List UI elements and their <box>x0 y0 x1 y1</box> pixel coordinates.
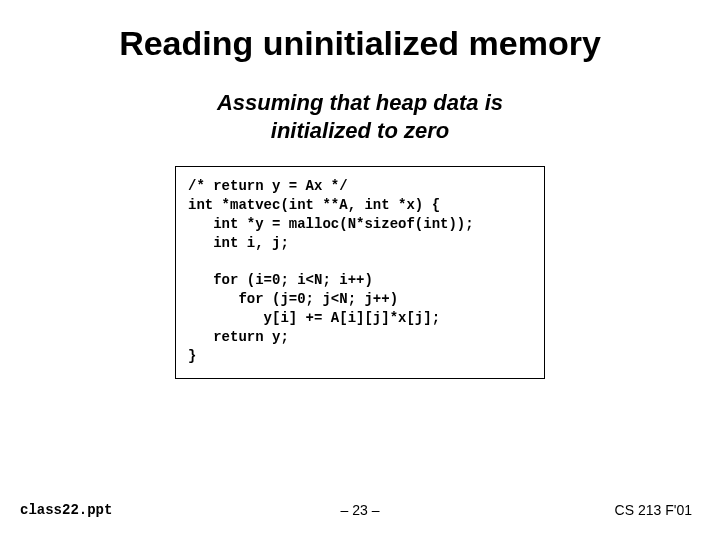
subtitle-line-1: Assuming that heap data is <box>0 89 720 117</box>
slide: Reading uninitialized memory Assuming th… <box>0 0 720 540</box>
subtitle-line-2: initialized to zero <box>0 117 720 145</box>
footer-page-number: – 23 – <box>0 502 720 518</box>
subtitle: Assuming that heap data is initialized t… <box>0 89 720 144</box>
footer-course: CS 213 F'01 <box>615 502 692 518</box>
page-title: Reading uninitialized memory <box>0 0 720 63</box>
code-block: /* return y = Ax */ int *matvec(int **A,… <box>175 166 545 379</box>
